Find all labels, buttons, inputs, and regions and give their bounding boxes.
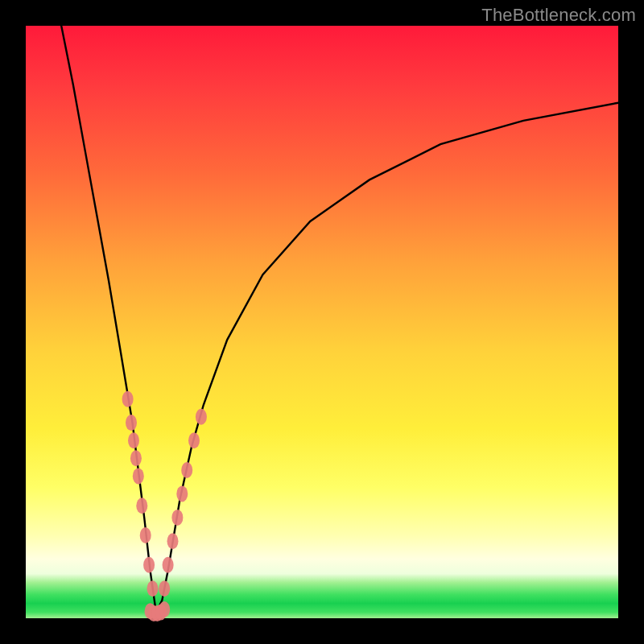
marker-dot: [159, 580, 170, 597]
marker-dot: [196, 409, 207, 425]
marker-dot: [126, 415, 137, 431]
marker-dot: [136, 497, 147, 514]
marker-layer: [122, 391, 207, 621]
chart-svg: [26, 26, 618, 618]
marker-dot: [143, 557, 155, 573]
marker-dot: [176, 485, 188, 502]
marker-dot: [130, 450, 142, 466]
curve-layer: [61, 26, 618, 613]
marker-dot: [181, 462, 192, 478]
plot-area: [26, 26, 618, 618]
marker-dot: [147, 580, 159, 597]
marker-dot: [171, 510, 183, 526]
marker-dot: [133, 468, 144, 484]
watermark-text: TheBottleneck.com: [481, 5, 636, 26]
bottleneck-curve: [61, 26, 618, 613]
marker-dot: [122, 391, 134, 407]
chart-frame: TheBottleneck.com: [0, 0, 644, 644]
marker-dot: [163, 557, 174, 573]
marker-dot: [159, 601, 170, 617]
marker-dot: [128, 432, 139, 448]
marker-dot: [140, 527, 151, 543]
marker-dot: [167, 533, 179, 549]
marker-dot: [188, 432, 200, 448]
